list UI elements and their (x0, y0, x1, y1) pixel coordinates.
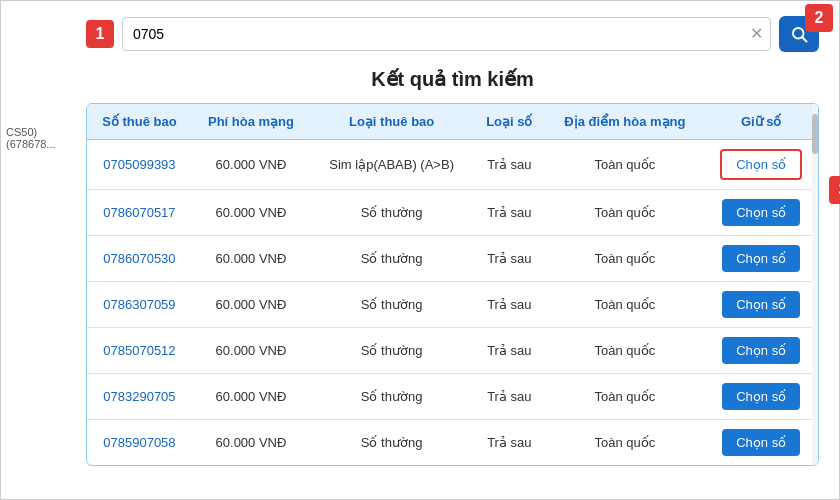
chon-so-button[interactable]: Chọn số (722, 429, 800, 456)
cell-fee: 60.000 VNĐ (192, 190, 310, 236)
chon-so-button[interactable]: Chọn số (722, 337, 800, 364)
cell-fee: 60.000 VNĐ (192, 282, 310, 328)
svg-line-1 (803, 38, 807, 42)
cell-phone: 0786070517 (87, 190, 192, 236)
cell-type: Số thường (310, 236, 473, 282)
table-row: 070509939360.000 VNĐSim lập(ABAB) (A>B)T… (87, 140, 818, 190)
cell-loai-so: Trả sau (473, 420, 545, 466)
sidebar-line2: (678678... (6, 138, 66, 150)
cell-loai-so: Trả sau (473, 190, 545, 236)
table-row: 078590705860.000 VNĐSố thườngTrả sauToàn… (87, 420, 818, 466)
cell-loai-so: Trả sau (473, 328, 545, 374)
step-2-badge: 2 (805, 4, 833, 32)
cell-loai-so: Trả sau (473, 236, 545, 282)
table-header-row: Số thuê bao Phí hòa mạng Loại thuê bao L… (87, 104, 818, 140)
cell-phone: 0786070530 (87, 236, 192, 282)
cell-type: Số thường (310, 328, 473, 374)
scrollbar-track[interactable] (812, 104, 818, 465)
cell-fee: 60.000 VNĐ (192, 420, 310, 466)
svg-point-0 (793, 28, 804, 39)
cell-location: Toàn quốc (545, 140, 704, 190)
cell-location: Toàn quốc (545, 374, 704, 420)
cell-phone: 0786307059 (87, 282, 192, 328)
chon-so-button[interactable]: Chọn số (720, 149, 802, 180)
search-btn-wrapper: 2 (779, 16, 819, 52)
search-input[interactable] (122, 17, 771, 51)
cell-loai-so: Trả sau (473, 374, 545, 420)
content-area: 1 ✕ 2 Kết quả tìm kiếm (66, 1, 839, 481)
sidebar-line1: CS50) (6, 126, 66, 138)
main-container: CS50) (678678... 1 ✕ 2 Kết quả tìm kiế (0, 0, 840, 500)
table-row: 078630705960.000 VNĐSố thườngTrả sauToàn… (87, 282, 818, 328)
cell-type: Số thường (310, 374, 473, 420)
cell-loai-so: Trả sau (473, 282, 545, 328)
chon-so-button[interactable]: Chọn số (722, 291, 800, 318)
cell-action: Chọn số (704, 282, 818, 328)
col-header-phone: Số thuê bao (87, 104, 192, 140)
cell-location: Toàn quốc (545, 282, 704, 328)
cell-fee: 60.000 VNĐ (192, 140, 310, 190)
table-row: 078607053060.000 VNĐSố thườngTrả sauToàn… (87, 236, 818, 282)
step-1-badge: 1 (86, 20, 114, 48)
col-header-type: Loại thuê bao (310, 104, 473, 140)
table-row: 078329070560.000 VNĐSố thườngTrả sauToàn… (87, 374, 818, 420)
cell-location: Toàn quốc (545, 328, 704, 374)
section-title: Kết quả tìm kiếm (86, 67, 819, 91)
cell-type: Số thường (310, 420, 473, 466)
chon-so-button[interactable]: Chọn số (722, 199, 800, 226)
cell-location: Toàn quốc (545, 420, 704, 466)
results-table-container: Số thuê bao Phí hòa mạng Loại thuê bao L… (86, 103, 819, 466)
cell-loai-so: Trả sau (473, 140, 545, 190)
step-3-badge: 3 (829, 176, 840, 204)
chon-so-button[interactable]: Chọn số (722, 383, 800, 410)
cell-action: Chọn số (704, 236, 818, 282)
cell-fee: 60.000 VNĐ (192, 328, 310, 374)
cell-phone: 0785070512 (87, 328, 192, 374)
cell-type: Số thường (310, 282, 473, 328)
table-row: 078607051760.000 VNĐSố thườngTrả sauToàn… (87, 190, 818, 236)
cell-phone: 0785907058 (87, 420, 192, 466)
sidebar-hint: CS50) (678678... (1, 121, 71, 155)
table-row: 078507051260.000 VNĐSố thườngTrả sauToàn… (87, 328, 818, 374)
cell-location: Toàn quốc (545, 190, 704, 236)
cell-action: Chọn số (704, 190, 818, 236)
cell-location: Toàn quốc (545, 236, 704, 282)
cell-action: Chọn số (704, 140, 818, 190)
cell-action: Chọn số (704, 328, 818, 374)
cell-action: Chọn số (704, 374, 818, 420)
cell-phone: 0783290705 (87, 374, 192, 420)
col-header-loai-so: Loại số (473, 104, 545, 140)
clear-button[interactable]: ✕ (750, 26, 763, 42)
cell-type: Sim lập(ABAB) (A>B) (310, 140, 473, 190)
results-table: Số thuê bao Phí hòa mạng Loại thuê bao L… (87, 104, 818, 465)
cell-fee: 60.000 VNĐ (192, 374, 310, 420)
col-header-location: Địa điểm hòa mạng (545, 104, 704, 140)
chon-so-button[interactable]: Chọn số (722, 245, 800, 272)
col-header-action: Giữ số (704, 104, 818, 140)
cell-phone: 0705099393 (87, 140, 192, 190)
cell-type: Số thường (310, 190, 473, 236)
search-input-wrapper: ✕ (122, 17, 771, 51)
col-header-fee: Phí hòa mạng (192, 104, 310, 140)
scrollbar-thumb[interactable] (812, 114, 818, 154)
cell-action: Chọn số (704, 420, 818, 466)
search-bar-area: 1 ✕ 2 (86, 16, 819, 52)
cell-fee: 60.000 VNĐ (192, 236, 310, 282)
